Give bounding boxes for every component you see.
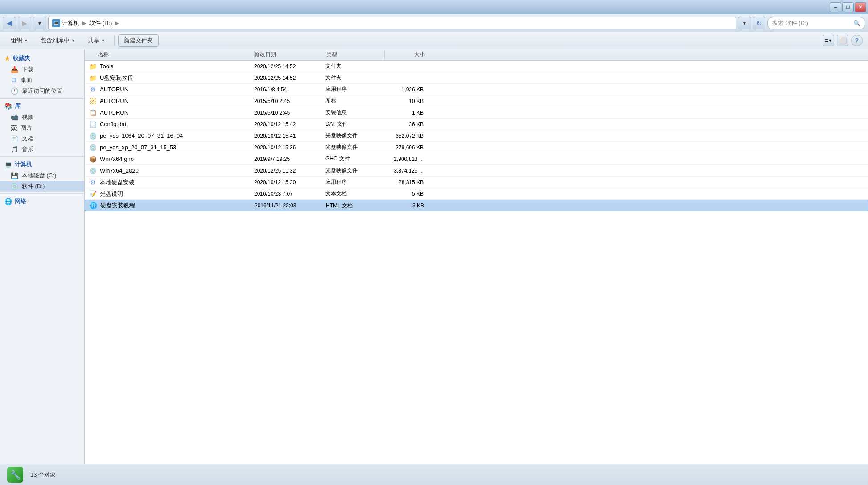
- file-size: 2,900,813 ...: [383, 156, 432, 162]
- library-header[interactable]: 📚 库: [0, 100, 84, 112]
- file-icon: 📝: [88, 189, 97, 198]
- refresh-button[interactable]: ↻: [753, 17, 765, 29]
- sidebar-item-video[interactable]: 📹 视频: [0, 112, 84, 123]
- sidebar-item-download[interactable]: 📥 下载: [0, 64, 84, 75]
- path-separator-2: ▶: [115, 20, 119, 26]
- sidebar-music-label: 音乐: [22, 145, 33, 153]
- file-type: 应用程序: [325, 178, 383, 186]
- file-name: AUTORUN: [100, 109, 128, 116]
- table-row[interactable]: 📝 光盘说明 2016/10/23 7:07 文本文档 5 KB: [85, 188, 868, 200]
- table-row[interactable]: 📋 AUTORUN 2015/5/10 2:45 安装信息 1 KB: [85, 107, 868, 119]
- dropdown-button[interactable]: ▼: [33, 17, 46, 29]
- view-toggle-button[interactable]: ≡ ▼: [823, 35, 834, 46]
- include-library-button[interactable]: 包含到库中 ▼: [35, 34, 81, 47]
- toolbar-divider: [114, 35, 115, 46]
- file-type: 图标: [325, 97, 383, 105]
- address-path[interactable]: 💻 计算机 ▶ 软件 (D:) ▶: [48, 17, 736, 29]
- file-name: U盘安装教程: [100, 74, 133, 82]
- sidebar-pictures-label: 图片: [21, 124, 32, 132]
- file-icon: 💿: [88, 166, 97, 175]
- file-name: 光盘说明: [100, 190, 123, 198]
- table-row[interactable]: ⚙ AUTORUN 2016/1/8 4:54 应用程序 1,926 KB: [85, 84, 868, 95]
- favorites-header[interactable]: ★ 收藏夹: [0, 53, 84, 64]
- file-date: 2016/1/8 4:54: [254, 86, 325, 93]
- file-type: 光盘映像文件: [325, 167, 383, 174]
- table-row[interactable]: 📁 Tools 2020/12/25 14:52 文件夹: [85, 61, 868, 72]
- network-header[interactable]: 🌐 网络: [0, 196, 84, 207]
- table-row[interactable]: 💿 pe_yqs_xp_20_07_31_15_53 2020/10/12 15…: [85, 142, 868, 153]
- search-box[interactable]: 搜索 软件 (D:) 🔍: [767, 17, 865, 29]
- file-name: Tools: [100, 63, 113, 70]
- preview-pane-button[interactable]: ⬜: [837, 35, 848, 46]
- file-type: 光盘映像文件: [325, 132, 383, 140]
- file-date: 2020/10/12 15:36: [254, 144, 325, 151]
- file-type: GHO 文件: [325, 155, 383, 163]
- help-button[interactable]: ?: [851, 35, 863, 46]
- table-row[interactable]: 🌐 硬盘安装教程 2016/11/21 22:03 HTML 文档 3 KB: [85, 200, 868, 211]
- status-object-count: 13 个对象: [30, 471, 56, 479]
- file-date: 2020/10/12 15:42: [254, 121, 325, 127]
- file-date: 2020/12/25 14:52: [254, 63, 325, 70]
- share-button[interactable]: 共享 ▼: [82, 34, 111, 47]
- file-type: DAT 文件: [325, 120, 383, 128]
- table-row[interactable]: 📄 Config.dat 2020/10/12 15:42 DAT 文件 36 …: [85, 119, 868, 130]
- file-size: 28,315 KB: [383, 179, 432, 185]
- sidebar-desktop-label: 桌面: [21, 76, 32, 84]
- video-icon: 📹: [11, 114, 18, 121]
- forward-button[interactable]: ▶: [18, 17, 31, 29]
- sidebar-item-pictures[interactable]: 🖼 图片: [0, 123, 84, 133]
- table-row[interactable]: 💿 pe_yqs_1064_20_07_31_16_04 2020/10/12 …: [85, 130, 868, 142]
- organize-button[interactable]: 组织 ▼: [5, 34, 33, 47]
- computer-icon: 💻: [4, 161, 12, 168]
- sidebar-item-documents[interactable]: 📄 文档: [0, 133, 84, 144]
- minimize-button[interactable]: –: [830, 2, 841, 12]
- file-type: 应用程序: [325, 86, 383, 93]
- sidebar-item-recent[interactable]: 🕐 最近访问的位置: [0, 86, 84, 96]
- file-icon: 📁: [88, 62, 97, 71]
- sidebar-divider-2: [0, 156, 84, 157]
- close-button[interactable]: ✕: [855, 2, 866, 12]
- file-icon: 📁: [88, 74, 97, 82]
- file-name: Win7x64_2020: [100, 167, 139, 174]
- column-header: 名称 修改日期 类型 大小: [85, 49, 868, 61]
- table-row[interactable]: 📦 Win7x64.gho 2019/9/7 19:25 GHO 文件 2,90…: [85, 153, 868, 165]
- share-arrow-icon: ▼: [101, 38, 105, 43]
- library-icon: 📚: [4, 103, 12, 110]
- network-label: 网络: [15, 197, 26, 206]
- d-drive-icon: 💿: [11, 183, 18, 190]
- file-icon: 💿: [88, 143, 97, 152]
- sidebar-item-c-drive[interactable]: 💾 本地磁盘 (C:): [0, 170, 84, 181]
- file-icon: 🌐: [89, 201, 98, 210]
- col-header-size[interactable]: 大小: [385, 51, 434, 58]
- maximize-button[interactable]: □: [842, 2, 854, 12]
- file-date: 2020/10/12 15:30: [254, 179, 325, 185]
- file-type: 文本文档: [325, 190, 383, 197]
- file-date: 2015/5/10 2:45: [254, 98, 325, 104]
- file-name: pe_yqs_xp_20_07_31_15_53: [100, 144, 176, 151]
- file-date: 2016/10/23 7:07: [254, 191, 325, 197]
- view-icon: ≡: [824, 37, 828, 44]
- file-name: AUTORUN: [100, 98, 128, 104]
- computer-section: 💻 计算机 💾 本地磁盘 (C:) 💿 软件 (D:): [0, 159, 84, 192]
- file-list: 📁 Tools 2020/12/25 14:52 文件夹 📁 U盘安装教程 20…: [85, 61, 868, 464]
- sidebar-item-desktop[interactable]: 🖥 桌面: [0, 75, 84, 86]
- file-type: 文件夹: [325, 74, 383, 82]
- sidebar-item-music[interactable]: 🎵 音乐: [0, 144, 84, 155]
- table-row[interactable]: ⚙ 本地硬盘安装 2020/10/12 15:30 应用程序 28,315 KB: [85, 177, 868, 188]
- sidebar-video-label: 视频: [22, 113, 33, 121]
- back-button[interactable]: ◀: [3, 17, 16, 29]
- col-header-name[interactable]: 名称: [85, 51, 254, 58]
- table-row[interactable]: 📁 U盘安装教程 2020/12/25 14:52 文件夹: [85, 72, 868, 84]
- path-dropdown-button[interactable]: ▼: [738, 17, 751, 29]
- new-folder-button[interactable]: 新建文件夹: [118, 34, 159, 47]
- download-icon: 📥: [11, 66, 18, 73]
- col-header-date[interactable]: 修改日期: [255, 51, 326, 58]
- col-header-type[interactable]: 类型: [326, 51, 384, 58]
- path-computer-label: 计算机: [62, 19, 79, 27]
- computer-header[interactable]: 💻 计算机: [0, 159, 84, 170]
- file-icon: 📦: [88, 155, 97, 164]
- sidebar-item-d-drive[interactable]: 💿 软件 (D:): [0, 181, 84, 192]
- table-row[interactable]: 🖼 AUTORUN 2015/5/10 2:45 图标 10 KB: [85, 95, 868, 107]
- table-row[interactable]: 💿 Win7x64_2020 2020/12/25 11:32 光盘映像文件 3…: [85, 165, 868, 177]
- documents-icon: 📄: [11, 135, 18, 142]
